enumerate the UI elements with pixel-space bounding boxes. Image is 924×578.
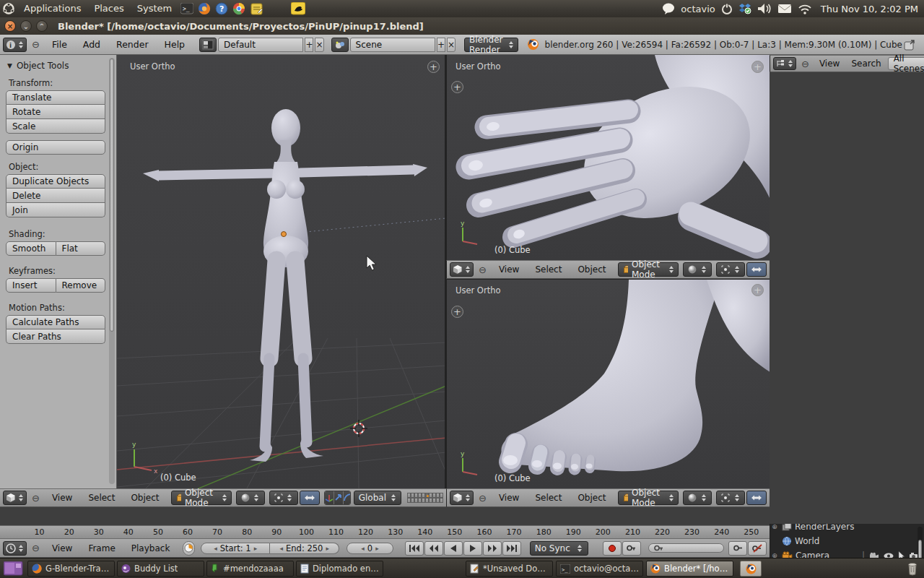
terminal-launcher-icon[interactable]: >_: [180, 1, 194, 16]
layer-cell[interactable]: [440, 493, 443, 498]
scene-add-button[interactable]: +: [437, 38, 445, 52]
object-menu[interactable]: Object: [123, 493, 166, 503]
help-launcher-icon[interactable]: ?: [214, 1, 229, 16]
menu-render[interactable]: Render: [109, 39, 156, 50]
volume-icon[interactable]: [757, 3, 772, 14]
insert-keyframes-button[interactable]: [728, 541, 747, 556]
tray-username[interactable]: octavio: [681, 4, 715, 14]
scene-field[interactable]: Scene: [350, 38, 435, 52]
power-icon[interactable]: [721, 3, 733, 14]
menu-places[interactable]: Places: [87, 0, 130, 17]
object-menu[interactable]: Object: [570, 493, 613, 503]
menu-add[interactable]: Add: [76, 39, 108, 50]
object-menu[interactable]: Object: [570, 264, 613, 275]
collapse-panel-icon[interactable]: ▼: [7, 62, 12, 69]
transform-orientation-dropdown[interactable]: Global: [354, 491, 401, 505]
view-menu[interactable]: View: [45, 493, 79, 503]
select-menu[interactable]: Select: [528, 493, 569, 503]
timeline-view-menu[interactable]: View: [45, 543, 79, 553]
task-firefox[interactable]: G-Blender-Traba...: [27, 561, 115, 577]
viewport-shading-dropdown[interactable]: [683, 491, 712, 505]
timeline-playback-menu[interactable]: Playback: [124, 543, 178, 553]
editor-type-3dview-button[interactable]: [450, 491, 474, 505]
collapse-menus-icon[interactable]: ⊖: [28, 543, 43, 553]
window-minimize-button[interactable]: ⌄: [20, 20, 32, 32]
task-buddy-list[interactable]: Buddy List: [117, 561, 204, 577]
flat-button[interactable]: Flat: [56, 241, 106, 256]
menu-system[interactable]: System: [131, 0, 178, 17]
delete-keyframes-button[interactable]: [748, 541, 767, 556]
collapse-menus-icon[interactable]: ⊖: [475, 264, 490, 275]
mail-icon[interactable]: [777, 4, 792, 14]
frame-start-field[interactable]: ◂Start: 1▸: [201, 543, 270, 554]
screen-layout-field[interactable]: Default: [218, 38, 303, 52]
task-blender[interactable]: Blender* [/home...: [646, 561, 733, 577]
screen-layout-add-button[interactable]: +: [305, 38, 313, 52]
smooth-button[interactable]: Smooth: [6, 241, 56, 256]
origin-button[interactable]: Origin: [6, 140, 105, 155]
auto-keyframe-record-button[interactable]: [603, 541, 622, 556]
view-menu[interactable]: View: [492, 264, 526, 275]
ubuntu-logo-icon[interactable]: [1, 1, 16, 16]
viewport-shading-dropdown[interactable]: [683, 262, 712, 277]
layer-cell[interactable]: [440, 498, 443, 503]
view-menu[interactable]: View: [492, 493, 526, 503]
viewport-hand[interactable]: y User Ortho (0) Cube + +: [446, 55, 770, 260]
collapse-menus-icon[interactable]: ⊖: [28, 493, 43, 504]
editor-type-timeline-button[interactable]: [3, 541, 27, 556]
duplicate-objects-button[interactable]: Duplicate Objects: [6, 174, 105, 189]
scene-delete-button[interactable]: ×: [447, 38, 456, 52]
chat-status-icon[interactable]: [662, 3, 675, 14]
editor-type-info-button[interactable]: i: [3, 38, 27, 52]
dropbox-icon[interactable]: [738, 3, 751, 14]
insert-keyframe-button[interactable]: Insert: [6, 278, 56, 293]
scene-icon-button[interactable]: [331, 38, 349, 52]
tray-clock[interactable]: Thu Nov 10, 2:02 PM: [818, 4, 918, 14]
window-maximize-button[interactable]: ⌃: [36, 20, 48, 32]
preview-range-clock-button[interactable]: [183, 541, 195, 556]
timeline-frame-menu[interactable]: Frame: [81, 543, 122, 553]
window-duplicate-icon[interactable]: [904, 39, 917, 51]
jump-to-start-button[interactable]: [405, 541, 424, 556]
editor-type-3dview-button[interactable]: [3, 491, 27, 505]
viewport-foot[interactable]: y User Ortho (0) Cube + +: [446, 279, 770, 488]
mode-dropdown[interactable]: Object Mode: [171, 491, 232, 505]
join-button[interactable]: Join: [6, 203, 105, 217]
render-engine-dropdown[interactable]: Blender Render: [464, 38, 518, 52]
play-reverse-button[interactable]: [444, 541, 463, 556]
window-titlebar[interactable]: × ⌄ ⌃ Blender* [/home/octavio/Documents/…: [0, 17, 924, 35]
sync-dropdown[interactable]: No Sync: [530, 541, 588, 556]
scale-button[interactable]: Scale: [6, 119, 105, 134]
select-menu[interactable]: Select: [528, 264, 569, 275]
screen-layout-icon-button[interactable]: [199, 38, 217, 52]
rotate-button[interactable]: Rotate: [6, 105, 105, 119]
viewport-main[interactable]: y x User Ortho (0) Cube +: [117, 55, 446, 488]
manipulator-rotate-button[interactable]: [334, 491, 343, 504]
keying-icon-button[interactable]: [622, 541, 641, 556]
collapse-menus-icon[interactable]: ⊖: [798, 59, 813, 69]
collapse-menus-icon[interactable]: ⊖: [28, 39, 43, 50]
collapse-menus-icon[interactable]: ⊖: [475, 493, 490, 504]
next-keyframe-button[interactable]: [483, 541, 502, 556]
menu-help[interactable]: Help: [157, 39, 193, 50]
outliner-view-menu[interactable]: View: [814, 59, 845, 69]
task-irc-channel[interactable]: #mendozaaaa: [206, 561, 294, 577]
pivot-point-dropdown[interactable]: [716, 262, 745, 277]
manipulator-toggle-button[interactable]: [746, 262, 767, 277]
keying-set-field[interactable]: [648, 543, 724, 553]
play-button[interactable]: [463, 541, 482, 556]
expand-icon[interactable]: ⊕: [770, 524, 779, 530]
viewport-foot-properties-plus[interactable]: +: [751, 284, 764, 296]
manipulator-toggle-button[interactable]: [746, 491, 767, 505]
workspace-switcher[interactable]: [4, 561, 24, 576]
select-menu[interactable]: Select: [81, 493, 122, 503]
screen-layout-delete-button[interactable]: ×: [315, 38, 323, 52]
viewport-foot-toolshelf-plus[interactable]: +: [451, 306, 463, 318]
delete-button[interactable]: Delete: [6, 189, 105, 203]
firefox-launcher-icon[interactable]: [197, 1, 212, 16]
timeline-ruler[interactable]: 1020304050607080901001101201301401501601…: [0, 525, 770, 538]
clear-paths-button[interactable]: Clear Paths: [6, 329, 105, 344]
prev-keyframe-button[interactable]: [424, 541, 443, 556]
outliner-item-world[interactable]: World: [770, 534, 924, 548]
editor-type-outliner-button[interactable]: [773, 57, 796, 70]
